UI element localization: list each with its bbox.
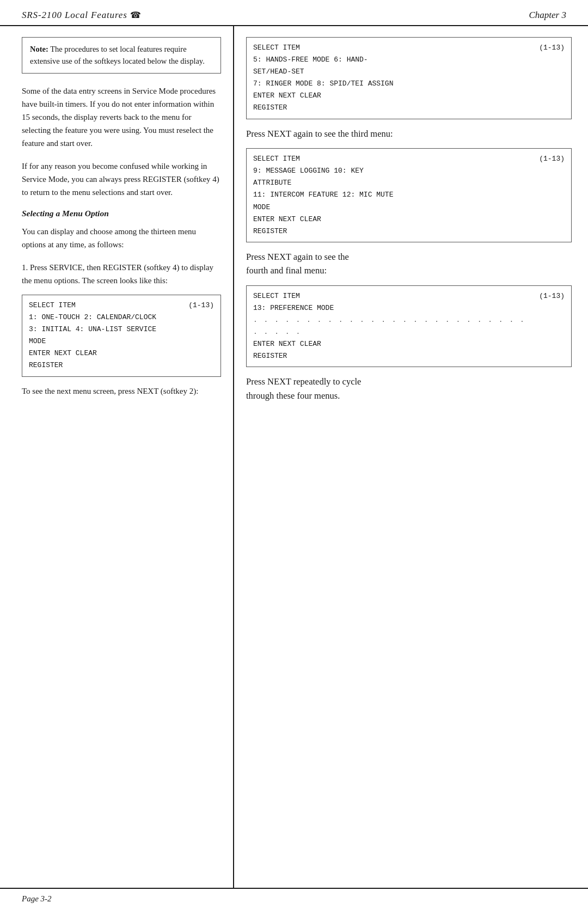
phone-icon: ☎ [130, 10, 142, 20]
screen3-line6: ENTER NEXT CLEAR [253, 213, 565, 225]
screen1-line5: ENTER NEXT CLEAR [29, 347, 214, 359]
screen2-line1-left: SELECT ITEM [253, 42, 300, 54]
right-para-2: Press NEXT again to see the fourth and f… [246, 250, 572, 278]
screen1-line2: 1: ONE-TOUCH 2: CALENDAR/CLOCK [29, 312, 214, 324]
screen1-line3: 3: INITIAL 4: UNA-LIST SERVICE [29, 324, 214, 335]
body-para-3: You can display and choose among the thi… [22, 225, 221, 251]
left-column: Note: The procedures to set local featur… [0, 26, 234, 888]
right-para-3-line2: through these four menus. [246, 391, 340, 401]
note-box: Note: The procedures to set local featur… [22, 37, 221, 74]
header-right: Chapter 3 [529, 10, 566, 21]
screen4-line4: REGISTER [253, 350, 565, 362]
screen3-line1-right: (1-13) [539, 153, 565, 165]
section-heading: Selecting a Menu Option [22, 209, 221, 218]
body-para-4: To see the next menu screen, press NEXT … [22, 385, 221, 398]
numbered-item-1: 1. Press SERVICE, then REGISTER (softkey… [22, 261, 221, 287]
screen4-line1-left: SELECT ITEM [253, 290, 300, 302]
screen3-line4: 11: INTERCOM FEATURE 12: MIC MUTE [253, 189, 565, 201]
screen1-line1-left: SELECT ITEM [29, 300, 76, 312]
screen2-line1: SELECT ITEM (1-13) [253, 42, 565, 54]
screen1-line6: REGISTER [29, 359, 214, 371]
body-para-1: Some of the data entry screens in Servic… [22, 84, 221, 150]
body-para-2: If for any reason you become confused wh… [22, 160, 221, 199]
main-content: Note: The procedures to set local featur… [0, 26, 588, 889]
screen1-line1-right: (1-13) [188, 300, 214, 312]
right-para-2-line1: Press NEXT again to see the [246, 252, 349, 262]
header-left: SRS-2100 Local Features ☎ [22, 10, 142, 21]
screen3-line1: SELECT ITEM (1-13) [253, 153, 565, 165]
note-text: The procedures to set local features req… [30, 45, 205, 65]
screen-box-1: SELECT ITEM (1-13) 1: ONE-TOUCH 2: CALEN… [22, 295, 221, 377]
screen3-line5: MODE [253, 202, 565, 213]
screen1-line1: SELECT ITEM (1-13) [29, 300, 214, 312]
screen4-line1-right: (1-13) [539, 290, 565, 302]
right-para-3-line1: Press NEXT repeatedly to cycle [246, 376, 361, 387]
footer-text: Page 3-2 [22, 894, 52, 903]
screen4-line1: SELECT ITEM (1-13) [253, 290, 565, 302]
screen4-line2: 13: PREFERENCE MODE [253, 302, 565, 314]
right-column: SELECT ITEM (1-13) 5: HANDS-FREE MODE 6:… [234, 26, 588, 888]
screen2-line2: 5: HANDS-FREE MODE 6: HAND- [253, 54, 565, 66]
page-footer: Page 3-2 [0, 889, 588, 909]
screen2-line5: ENTER NEXT CLEAR [253, 90, 565, 102]
note-label: Note: [30, 45, 48, 53]
screen2-line3: SET/HEAD-SET [253, 66, 565, 78]
screen2-line1-right: (1-13) [539, 42, 565, 54]
right-para-2-line2: fourth and final menu: [246, 265, 327, 276]
screen-box-2: SELECT ITEM (1-13) 5: HANDS-FREE MODE 6:… [246, 37, 572, 119]
screen1-line4: MODE [29, 335, 214, 347]
screen3-line1-left: SELECT ITEM [253, 153, 300, 165]
right-para-3: Press NEXT repeatedly to cycle through t… [246, 375, 572, 402]
screen3-line7: REGISTER [253, 225, 565, 237]
page-header: SRS-2100 Local Features ☎ Chapter 3 [0, 0, 588, 26]
screen4-dots2: . . . . . [253, 326, 565, 338]
screen4-dots1: . . . . . . . . . . . . . . . . . . . . … [253, 314, 565, 326]
screen3-line3: ATTRIBUTE [253, 177, 565, 189]
screen4-line3: ENTER NEXT CLEAR [253, 338, 565, 350]
screen2-line4: 7: RINGER MODE 8: SPID/TEI ASSIGN [253, 78, 565, 90]
screen-box-4: SELECT ITEM (1-13) 13: PREFERENCE MODE .… [246, 285, 572, 368]
screen-box-3: SELECT ITEM (1-13) 9: MESSAGE LOGGING 10… [246, 148, 572, 242]
right-para-1: Press NEXT again to see the third menu: [246, 127, 572, 141]
header-title-text: SRS-2100 Local Features [22, 10, 127, 20]
page-container: SRS-2100 Local Features ☎ Chapter 3 Note… [0, 0, 588, 909]
screen2-line6: REGISTER [253, 102, 565, 114]
screen3-line2: 9: MESSAGE LOGGING 10: KEY [253, 165, 565, 177]
